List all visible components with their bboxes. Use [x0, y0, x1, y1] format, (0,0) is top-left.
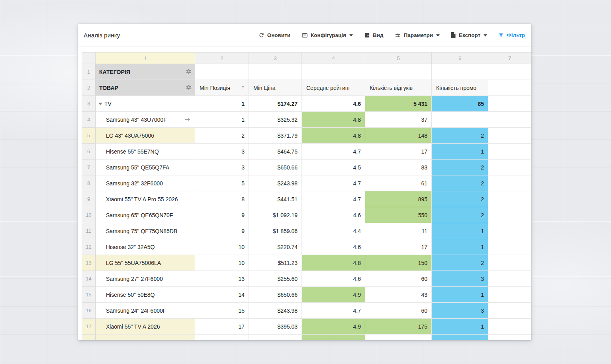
grid-corner-cell[interactable] [82, 52, 96, 64]
cell-rating[interactable]: 4.4 [302, 223, 365, 239]
cell-reviews[interactable]: 150 [365, 255, 432, 271]
cell-price[interactable]: $243.98 [249, 303, 302, 319]
goto-arrow-icon[interactable] [185, 117, 191, 123]
cell-position[interactable]: 2 [195, 128, 249, 144]
cell-rating[interactable]: 4.6 [302, 239, 365, 255]
cell-price[interactable]: $1 859.06 [249, 223, 302, 239]
cell-position[interactable]: 8 [195, 191, 249, 207]
cell-position[interactable]: 3 [195, 144, 249, 160]
cell-price[interactable] [249, 335, 302, 340]
product-header-cell[interactable]: ТОВАР [96, 80, 195, 96]
cell-reviews[interactable]: 60 [365, 271, 432, 287]
cell-reviews[interactable]: 17 [365, 144, 432, 160]
empty-cell[interactable] [488, 335, 531, 340]
empty-cell[interactable] [365, 64, 432, 80]
cell-position[interactable]: 1 [195, 96, 249, 112]
category-cell[interactable]: TV [96, 96, 195, 112]
gear-icon[interactable] [186, 84, 192, 91]
row-number[interactable]: 5 [82, 128, 96, 144]
empty-cell[interactable] [488, 191, 531, 207]
product-name-cell[interactable]: Samsung 65" QE65QN70F [96, 207, 195, 223]
cell-price[interactable]: $650.66 [249, 160, 302, 175]
product-name-cell[interactable]: Samsung 24" 24F6000F [96, 303, 195, 319]
view-button[interactable]: Вид [364, 32, 384, 38]
cell-price[interactable]: $371.79 [249, 128, 302, 144]
column-header-3[interactable]: 3 [249, 52, 302, 64]
promo-count-header[interactable]: Кількість промо [432, 80, 488, 96]
cell-rating[interactable]: 4.9 [302, 319, 365, 335]
cell-position[interactable]: 5 [195, 175, 249, 191]
cell-promo[interactable]: 2 [432, 207, 488, 223]
cell-promo[interactable] [432, 112, 488, 128]
empty-cell[interactable] [488, 175, 531, 191]
refresh-button[interactable]: Оновити [258, 32, 290, 38]
empty-cell[interactable] [302, 64, 365, 80]
row-number[interactable]: 4 [82, 112, 96, 128]
empty-cell[interactable] [488, 255, 531, 271]
empty-cell[interactable] [488, 80, 531, 96]
row-number[interactable]: 6 [82, 144, 96, 160]
cell-promo[interactable]: 3 [432, 271, 488, 287]
cell-promo[interactable]: 2 [432, 160, 488, 175]
product-name-cell[interactable]: LG 43" 43UA75006 [96, 128, 195, 144]
cell-rating[interactable] [302, 335, 365, 340]
column-header-4[interactable]: 4 [302, 52, 365, 64]
min-position-header[interactable]: Min Позиція [195, 80, 249, 96]
column-header-5[interactable]: 5 [365, 52, 432, 64]
cell-reviews[interactable]: 5 431 [365, 96, 432, 112]
filter-button[interactable]: Фільтр [498, 32, 525, 38]
cell-reviews[interactable]: 17 [365, 239, 432, 255]
row-number[interactable]: 3 [82, 96, 96, 112]
cell-rating[interactable]: 4.8 [302, 255, 365, 271]
configuration-button[interactable]: Конфігурація [302, 32, 353, 39]
cell-price[interactable]: $511.23 [249, 255, 302, 271]
product-name-cell[interactable]: Hisense 32" 32A5Q [96, 239, 195, 255]
cell-rating[interactable]: 4.6 [302, 271, 365, 287]
row-number[interactable]: 13 [82, 255, 96, 271]
cell-promo[interactable]: 1 [432, 287, 488, 303]
row-number[interactable]: 9 [82, 191, 96, 207]
cell-promo[interactable]: 1 [432, 239, 488, 255]
cell-rating[interactable]: 4.8 [302, 128, 365, 144]
cell-reviews[interactable]: 83 [365, 160, 432, 175]
empty-cell[interactable] [488, 319, 531, 335]
cell-promo[interactable]: 2 [432, 255, 488, 271]
product-name-cell[interactable]: Samsung 32" 32F6000 [96, 175, 195, 191]
cell-position[interactable]: 1 [195, 112, 249, 128]
cell-price[interactable]: $220.74 [249, 239, 302, 255]
cell-position[interactable]: 17 [195, 319, 249, 335]
cell-price[interactable]: $255.60 [249, 271, 302, 287]
cell-promo[interactable]: 1 [432, 319, 488, 335]
cell-promo[interactable]: 2 [432, 191, 488, 207]
empty-cell[interactable] [195, 64, 249, 80]
cell-position[interactable]: 15 [195, 303, 249, 319]
cell-reviews[interactable]: 895 [365, 191, 432, 207]
cell-position[interactable]: 10 [195, 255, 249, 271]
row-number[interactable]: 15 [82, 287, 96, 303]
export-button[interactable]: Експорт [451, 32, 487, 38]
cell-reviews[interactable]: 175 [365, 319, 432, 335]
cell-reviews[interactable]: 43 [365, 287, 432, 303]
cell-price[interactable]: $441.51 [249, 191, 302, 207]
column-header-2[interactable]: 2 [195, 52, 249, 64]
cell-position[interactable]: 9 [195, 223, 249, 239]
empty-cell[interactable] [488, 207, 531, 223]
cell-rating[interactable]: 4.9 [302, 287, 365, 303]
cell-promo[interactable]: 1 [432, 223, 488, 239]
cell-reviews[interactable]: 148 [365, 128, 432, 144]
empty-cell[interactable] [488, 112, 531, 128]
product-name-cell[interactable]: Hisense 50" 50E8Q [96, 287, 195, 303]
empty-cell[interactable] [488, 128, 531, 144]
sort-asc-icon[interactable] [241, 85, 245, 91]
cell-rating[interactable]: 4.7 [302, 303, 365, 319]
cell-promo[interactable]: 3 [432, 303, 488, 319]
cell-rating[interactable]: 4.5 [302, 160, 365, 175]
cell-rating[interactable]: 4.7 [302, 175, 365, 191]
row-number[interactable]: 7 [82, 160, 96, 175]
cell-position[interactable]: 14 [195, 287, 249, 303]
cell-position[interactable]: 13 [195, 271, 249, 287]
row-number[interactable]: 8 [82, 175, 96, 191]
empty-cell[interactable] [488, 271, 531, 287]
cell-reviews[interactable]: 60 [365, 303, 432, 319]
column-header-7[interactable]: 7 [488, 52, 531, 64]
